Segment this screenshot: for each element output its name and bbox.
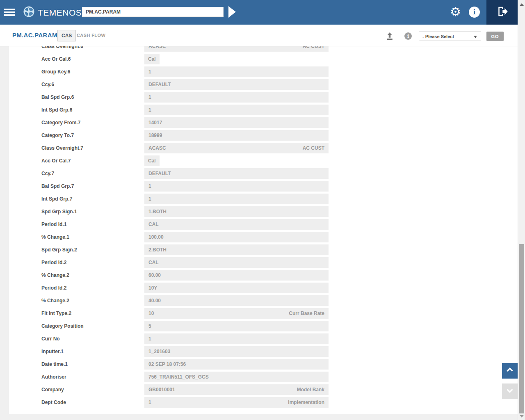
field-value: 5 <box>148 323 151 329</box>
scroll-to-top-button[interactable] <box>502 363 518 379</box>
field-value: DEFAULT <box>148 171 171 176</box>
vertical-scrollbar[interactable] <box>518 0 525 420</box>
field-value: ACASC <box>148 46 166 49</box>
form-row: Int Spd Grp.7 1 <box>9 194 518 204</box>
field-value-box[interactable]: 10Y <box>144 283 329 293</box>
field-label: Inputter.1 <box>41 346 144 357</box>
field-value-box[interactable]: ACASC AC CUST <box>144 143 329 153</box>
field-value-box[interactable]: 14017 <box>144 117 329 128</box>
field-value-box[interactable]: 1 <box>144 333 329 344</box>
field-value-box[interactable]: 1 <box>144 92 329 103</box>
run-command-icon[interactable] <box>228 6 236 18</box>
field-label: Int Spd Grp.7 <box>41 194 144 204</box>
field-value: 1 <box>148 94 151 100</box>
tab-cash-flow[interactable]: CASH FLOW <box>77 33 105 38</box>
field-value-box[interactable]: 5 <box>144 321 329 331</box>
form-row: Bal Spd Grp.7 1 <box>9 181 518 192</box>
field-value-box[interactable]: 1 <box>144 181 329 192</box>
field-value-box[interactable]: CAL <box>144 257 329 268</box>
field-value-box[interactable]: 10 Curr Base Rate <box>144 308 329 319</box>
field-value: 40.00 <box>148 298 161 304</box>
field-label: Ccy.7 <box>41 168 144 179</box>
field-value-box[interactable]: 1 <box>144 105 329 115</box>
form-row: Class Overnight.7 ACASC AC CUST <box>9 143 518 153</box>
field-label: Company <box>41 384 144 395</box>
field-enrichment: Curr Base Rate <box>289 310 324 316</box>
action-select[interactable]: - Please Select <box>419 32 481 41</box>
field-value-box[interactable]: 1 Implementation <box>144 397 329 408</box>
field-label: Category To.7 <box>41 130 144 141</box>
scroll-down-button[interactable] <box>502 383 518 399</box>
field-value-box[interactable]: 1.BOTH <box>144 206 329 217</box>
field-label: Group Key.6 <box>41 66 144 77</box>
scrollbar-up-arrow-icon[interactable] <box>520 3 524 6</box>
field-value-box[interactable]: 1 <box>144 194 329 204</box>
form-row: Category To.7 18999 <box>9 130 518 141</box>
field-value-box[interactable]: 02 SEP 18 07:56 <box>144 359 329 370</box>
field-value: 14017 <box>148 120 162 126</box>
field-label: Category Position <box>41 321 144 331</box>
field-label: Bal Spd Grp.7 <box>41 181 144 192</box>
field-value-box[interactable]: DEFAULT <box>144 168 329 179</box>
settings-gear-icon[interactable]: ⚙ <box>450 5 461 19</box>
scrollbar-down-arrow-icon[interactable] <box>520 415 524 418</box>
field-value: 1 <box>148 183 151 189</box>
form-row: Dept Code 1 Implementation <box>9 397 518 408</box>
form-rows: Class Overnight.6 ACASC AC CUST Acc Or C… <box>9 46 518 410</box>
field-value: 1 <box>148 336 151 342</box>
go-button[interactable]: GO <box>486 32 504 41</box>
form-row: % Change.2 40.00 <box>9 295 518 306</box>
field-label: Ccy.6 <box>41 79 144 90</box>
menu-icon[interactable] <box>4 9 15 17</box>
form-row: % Change.1 100.00 <box>9 232 518 242</box>
field-value: 100.00 <box>148 234 164 240</box>
scrollbar-thumb[interactable] <box>519 244 524 413</box>
field-value: CAL <box>148 260 159 265</box>
field-value-box[interactable]: 756_TRAIN511_OFS_GCS <box>144 372 329 382</box>
tab-cas[interactable]: CAS <box>57 30 76 41</box>
field-value: 1_201603 <box>148 349 170 354</box>
field-value-box[interactable]: CAL <box>144 219 329 230</box>
field-value-box[interactable]: 1 <box>144 66 329 77</box>
field-value-box[interactable]: DEFAULT <box>144 79 329 90</box>
field-label: Dept Code <box>41 397 144 408</box>
field-enrichment: AC CUST <box>303 46 324 49</box>
record-info-icon[interactable]: i <box>404 32 412 40</box>
field-label: Category From.7 <box>41 117 144 128</box>
upload-icon[interactable] <box>386 32 393 40</box>
sign-out-button[interactable] <box>486 0 518 25</box>
field-value: Cal <box>148 158 156 164</box>
info-icon[interactable]: i <box>469 7 480 18</box>
field-value: 10Y <box>148 285 157 291</box>
field-label: Flt Int Type.2 <box>41 308 144 319</box>
field-value: 02 SEP 18 07:56 <box>148 361 186 367</box>
field-label: Bal Spd Grp.6 <box>41 92 144 103</box>
field-label: % Change.1 <box>41 232 144 242</box>
field-value-box[interactable]: 60.00 <box>144 270 329 281</box>
field-value-box[interactable]: 1_201603 <box>144 346 329 357</box>
field-value-box[interactable]: 40.00 <box>144 295 329 306</box>
field-value-box[interactable]: 2.BOTH <box>144 244 329 255</box>
field-label: % Change.2 <box>41 295 144 306</box>
field-value-box[interactable]: 18999 <box>144 130 329 141</box>
field-value-box[interactable]: Cal <box>144 54 160 64</box>
field-value-box[interactable]: 100.00 <box>144 232 329 242</box>
field-value-box[interactable]: Cal <box>144 155 160 166</box>
brand-text: TEMENOS <box>38 8 82 18</box>
top-bar: TEMENOS ⚙ i <box>0 0 525 25</box>
field-value-box[interactable]: ACASC AC CUST <box>144 46 329 52</box>
command-input[interactable] <box>82 7 223 16</box>
form-row: Bal Spd Grp.6 1 <box>9 92 518 103</box>
field-value: 1.BOTH <box>148 209 167 215</box>
form-row: Spd Grp Sign.2 2.BOTH <box>9 244 518 255</box>
form-row: Period Id.2 10Y <box>9 283 518 293</box>
field-value: 1 <box>148 69 151 75</box>
temenos-logo: TEMENOS <box>23 6 82 19</box>
field-label: Authoriser <box>41 372 144 382</box>
page-title: PM.AC.PARAM <box>12 32 57 39</box>
field-label: Curr No <box>41 333 144 344</box>
form-row: Group Key.6 1 <box>9 66 518 77</box>
field-value-box[interactable]: GB0010001 Model Bank <box>144 384 329 395</box>
field-label: Class Overnight.7 <box>41 143 144 153</box>
record-form-panel: Class Overnight.6 ACASC AC CUST Acc Or C… <box>9 46 518 414</box>
